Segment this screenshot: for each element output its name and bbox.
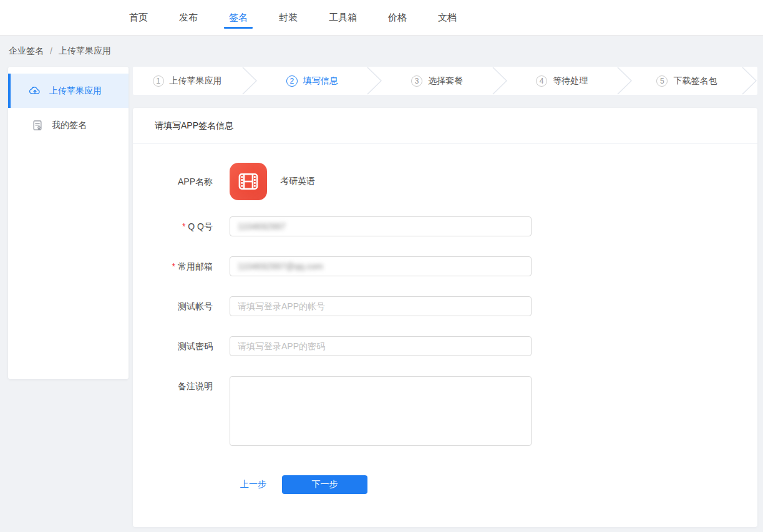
step-number-badge: 5 [656,75,668,87]
remark-label: 备注说明 [133,376,213,396]
page: 首页 发布 签名 封装 工具箱 价格 文档 企业签名 / 上传苹果应用 上传苹果… [0,0,763,532]
step-number-badge: 2 [286,75,298,87]
step-separator-chevron-icon [616,67,633,95]
step-number-badge: 1 [153,75,164,87]
previous-step-link[interactable]: 上一步 [240,479,266,490]
step-3-choose-plan: 3 选择套餐 [382,67,491,95]
step-separator-chevron-icon [366,67,382,95]
remark-row: 备注说明 [133,376,757,448]
required-mark: * [182,221,185,231]
nav-item-package[interactable]: 封装 [269,0,308,35]
app-name-value: 考研英语 [280,176,315,187]
step-number-badge: 4 [536,75,547,87]
signature-doc-icon [31,119,44,132]
qq-label: *Q Q号 [133,216,213,236]
test-account-input[interactable] [238,301,523,311]
panel-title: 请填写APP签名信息 [133,108,757,144]
qq-row: *Q Q号 1104692997 [133,216,757,236]
sidebar-item-my-signatures[interactable]: 我的签名 [8,108,129,142]
step-separator-chevron-icon [741,67,757,95]
breadcrumb-enterprise-sign[interactable]: 企业签名 [9,46,44,57]
test-password-input-wrap [230,336,532,356]
main-nav: 首页 发布 签名 封装 工具箱 价格 文档 [119,0,467,35]
required-mark: * [172,261,175,271]
step-1-upload: 1 上传苹果应用 [133,67,241,95]
sidebar: 上传苹果应用 我的签名 [8,67,129,379]
sidebar-item-upload-apple-app[interactable]: 上传苹果应用 [8,74,129,108]
nav-item-sign[interactable]: 签名 [219,0,258,35]
step-2-fill-info: 2 填写信息 [258,67,366,95]
test-password-input[interactable] [238,341,523,351]
email-row: *常用邮箱 1104692997@qq.com [133,256,757,276]
step-separator-chevron-icon [241,67,258,95]
sidebar-item-label: 我的签名 [52,120,87,131]
step-wizard: 1 上传苹果应用 2 填写信息 3 选择套餐 4 等待处理 [133,67,757,95]
test-account-label: 测试帐号 [133,296,213,316]
nav-item-publish[interactable]: 发布 [169,0,208,35]
sign-info-panel: 请填写APP签名信息 APP名称 [133,108,757,527]
sign-info-form: APP名称 [133,144,757,494]
nav-item-docs[interactable]: 文档 [428,0,467,35]
email-value-redacted: 1104692997@qq.com [238,261,323,271]
nav-item-toolbox[interactable]: 工具箱 [319,0,367,35]
film-app-icon [230,163,267,200]
app-name-value-wrap: 考研英语 [230,163,315,200]
breadcrumb-separator: / [50,46,52,56]
step-number-badge: 3 [411,75,422,87]
email-label: *常用邮箱 [133,256,213,276]
step-label: 填写信息 [303,75,338,87]
test-password-row: 测试密码 [133,336,757,356]
app-name-label: APP名称 [133,172,213,191]
remark-textarea[interactable] [230,376,532,446]
step-label: 选择套餐 [428,75,463,87]
step-4-waiting: 4 等待处理 [508,67,616,95]
main-column: 1 上传苹果应用 2 填写信息 3 选择套餐 4 等待处理 [133,67,757,527]
cloud-upload-icon [29,85,41,97]
step-5-download: 5 下载签名包 [633,67,741,95]
qq-value-redacted: 1104692997 [238,221,286,231]
next-step-button[interactable]: 下一步 [282,475,367,494]
email-input[interactable]: 1104692997@qq.com [230,256,532,276]
test-password-label: 测试密码 [133,336,213,356]
breadcrumb: 企业签名 / 上传苹果应用 [0,36,763,67]
step-separator-chevron-icon [492,67,508,95]
step-label: 等待处理 [553,75,588,87]
breadcrumb-upload-apple-app: 上传苹果应用 [59,46,111,57]
form-actions: 上一步 下一步 [133,475,757,494]
top-navigation-bar: 首页 发布 签名 封装 工具箱 价格 文档 [0,0,763,36]
nav-item-price[interactable]: 价格 [378,0,417,35]
nav-item-home[interactable]: 首页 [119,0,158,35]
step-label: 上传苹果应用 [170,75,222,87]
app-name-row: APP名称 [133,163,757,200]
step-label: 下载签名包 [673,75,717,87]
test-account-row: 测试帐号 [133,296,757,316]
test-account-input-wrap [230,296,532,316]
sidebar-item-label: 上传苹果应用 [49,85,102,97]
qq-input[interactable]: 1104692997 [230,216,532,236]
